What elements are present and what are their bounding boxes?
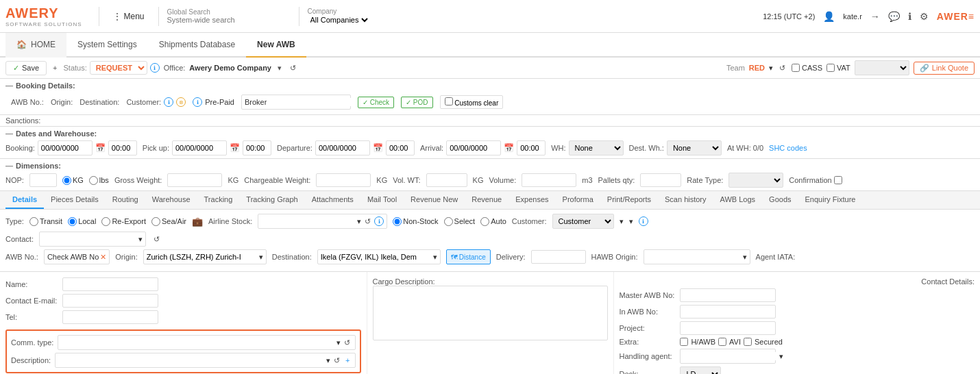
sub-tab-pieces-details[interactable]: Pieces Details	[44, 191, 106, 209]
airline-stock-info[interactable]: ℹ	[374, 216, 384, 226]
arrival-time-input[interactable]	[517, 140, 546, 155]
arrival-cal-icon[interactable]: 📅	[504, 143, 514, 153]
customer-dropdown-icon[interactable]: ▾	[620, 217, 624, 226]
handling-agent-input[interactable]	[683, 352, 778, 360]
destination-detail-input[interactable]	[321, 253, 432, 261]
sub-tab-details[interactable]: Details	[5, 191, 44, 209]
lbs-radio-label[interactable]: lbs	[89, 176, 109, 185]
in-awb-input[interactable]	[680, 305, 776, 319]
transit-radio[interactable]	[29, 217, 38, 226]
comm-type-input[interactable]	[61, 338, 334, 347]
customer-info-icon[interactable]: ℹ	[164, 97, 173, 107]
wh-select[interactable]: None	[569, 140, 624, 155]
comm-type-dropdown[interactable]: ▾	[336, 338, 341, 347]
dimensions-collapse[interactable]: —	[5, 162, 13, 170]
check-button[interactable]: ✓ Check	[358, 97, 394, 108]
team-refresh-icon[interactable]: ↺	[777, 63, 787, 73]
refresh-button[interactable]: ↺	[288, 63, 298, 73]
departure-time-input[interactable]	[386, 140, 415, 155]
hawb-origin-dropdown[interactable]: ▾	[743, 253, 747, 262]
handling-agent-dropdown[interactable]: ▾	[779, 352, 783, 361]
sub-tab-expenses[interactable]: Expenses	[509, 191, 555, 209]
origin-dropdown[interactable]: ▾	[259, 253, 263, 262]
transit-radio-label[interactable]: Transit	[29, 217, 62, 226]
company-select[interactable]: All Companies	[308, 15, 370, 25]
save-button[interactable]: ✓ Save	[5, 61, 47, 75]
description-dropdown[interactable]: ▾	[326, 356, 330, 365]
deck-select[interactable]: LD	[680, 366, 721, 374]
nop-input[interactable]	[29, 173, 57, 187]
airline-stock-refresh[interactable]: ↺	[363, 216, 373, 227]
auto-radio[interactable]	[480, 217, 489, 226]
tab-shipments-db[interactable]: Shipments Database	[148, 33, 246, 58]
pickup-date-input[interactable]	[172, 140, 227, 155]
global-search-input[interactable]	[167, 16, 291, 24]
local-radio-label[interactable]: Local	[68, 217, 96, 226]
sub-tab-routing[interactable]: Routing	[106, 191, 145, 209]
logout-icon[interactable]: →	[870, 11, 880, 22]
volume-input[interactable]	[522, 173, 576, 187]
tab-new-awb[interactable]: New AWB	[246, 33, 306, 58]
sub-tab-scan-history[interactable]: Scan history	[658, 191, 713, 209]
sea-air-radio[interactable]	[151, 217, 160, 226]
pre-paid-info-icon[interactable]: ℹ	[193, 97, 202, 107]
sea-air-radio-label[interactable]: Sea/Air	[151, 217, 186, 226]
sub-tab-goods[interactable]: Goods	[762, 191, 798, 209]
origin-detail-input[interactable]	[147, 253, 258, 261]
sub-tab-mail-tool[interactable]: Mail Tool	[360, 191, 404, 209]
sub-tab-revenue[interactable]: Revenue	[465, 191, 509, 209]
departure-date-input[interactable]	[315, 140, 370, 155]
hawb-origin-input[interactable]	[647, 253, 742, 261]
destination-dropdown[interactable]: ▾	[433, 253, 437, 262]
kg-radio-label[interactable]: KG	[62, 176, 84, 185]
link-quote-button[interactable]: 🔗 Link Quote	[914, 62, 975, 75]
confirmation-checkbox[interactable]	[834, 176, 842, 184]
sub-tab-proforma[interactable]: Proforma	[556, 191, 600, 209]
customs-clear-button[interactable]: Customs clear	[440, 95, 504, 109]
booking-collapse[interactable]: —	[5, 82, 13, 90]
sub-tab-enquiry-fixture[interactable]: Enquiry Fixture	[798, 191, 863, 209]
sub-tab-tracking-graph[interactable]: Tracking Graph	[239, 191, 304, 209]
re-export-radio[interactable]	[101, 217, 110, 226]
info-icon[interactable]: ℹ	[908, 11, 911, 22]
menu-button[interactable]: ⋮ Menu	[108, 9, 150, 24]
status-info-icon[interactable]: ℹ	[150, 63, 160, 73]
contact-dropdown[interactable]: ▾	[138, 235, 143, 244]
re-export-radio-label[interactable]: Re-Export	[101, 217, 146, 226]
departure-cal-icon[interactable]: 📅	[373, 143, 383, 153]
booking-time-input[interactable]	[108, 140, 137, 155]
cass-checkbox[interactable]	[792, 64, 800, 72]
pickup-cal-icon[interactable]: 📅	[230, 143, 240, 153]
sub-tab-print-reports[interactable]: Print/Reports	[600, 191, 658, 209]
name-input[interactable]	[62, 277, 158, 291]
local-radio[interactable]	[68, 217, 77, 226]
vat-checkbox[interactable]	[826, 64, 835, 72]
status-select[interactable]: REQUEST	[90, 61, 147, 75]
broker-input[interactable]	[267, 98, 361, 106]
booking-cal-icon[interactable]: 📅	[95, 143, 106, 153]
sub-tab-tracking[interactable]: Tracking	[197, 191, 240, 209]
select-radio-label[interactable]: Select	[444, 217, 476, 226]
dates-collapse[interactable]: —	[5, 129, 13, 138]
sub-tab-warehouse[interactable]: Warehouse	[145, 191, 197, 209]
master-awb-input[interactable]	[680, 288, 776, 302]
customer-info-btn[interactable]: ℹ	[639, 216, 648, 226]
rate-type-select[interactable]	[728, 173, 783, 188]
customs-clear-cb[interactable]	[445, 97, 453, 105]
customer-select[interactable]: Customer	[552, 214, 614, 229]
avi-checkbox[interactable]	[718, 338, 726, 346]
auto-radio-label[interactable]: Auto	[480, 217, 506, 226]
project-input[interactable]	[680, 321, 776, 335]
chat-icon[interactable]: 💬	[888, 11, 900, 22]
sub-tab-revenue-new[interactable]: Revenue New	[404, 191, 465, 209]
shc-codes-label[interactable]: SHC codes	[769, 144, 807, 152]
vol-wt-input[interactable]	[426, 173, 467, 187]
contact-refresh[interactable]: ↺	[151, 234, 162, 245]
team-dropdown-icon[interactable]: ▾	[769, 64, 773, 73]
tab-system-settings[interactable]: System Settings	[66, 33, 148, 58]
description-add[interactable]: +	[343, 356, 352, 365]
customer-alert-icon[interactable]: ⊗	[176, 97, 186, 107]
kg-radio[interactable]	[62, 176, 71, 185]
check-awb-x-icon[interactable]: ✕	[100, 253, 106, 262]
chargeable-weight-input[interactable]	[316, 173, 371, 187]
